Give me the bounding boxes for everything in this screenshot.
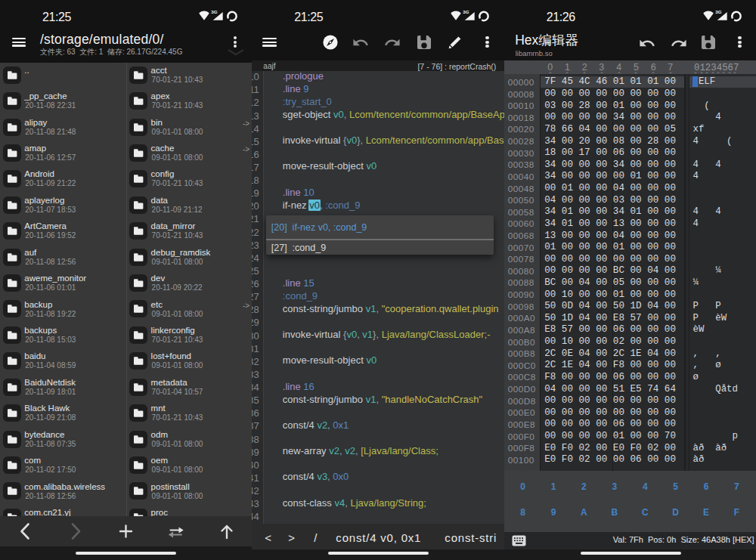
svg-text:3G: 3G [463, 9, 469, 14]
svg-text:3G: 3G [715, 9, 721, 14]
svg-text:3G: 3G [211, 9, 217, 14]
